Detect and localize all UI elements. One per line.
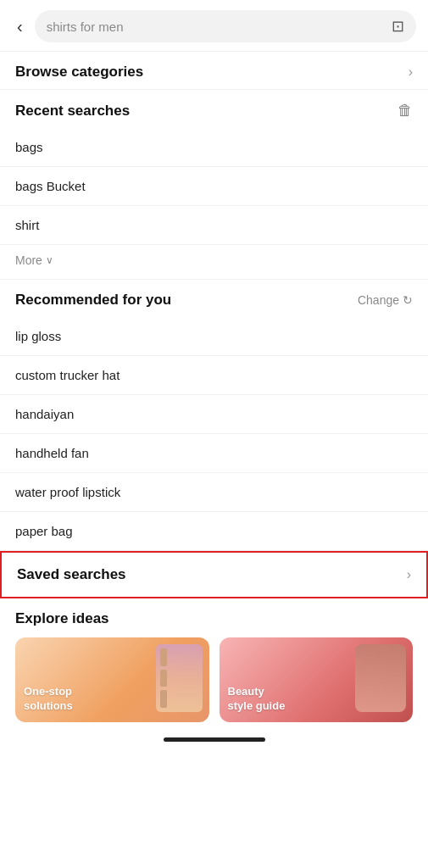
- refresh-icon: ↻: [403, 293, 413, 307]
- home-indicator: [164, 737, 265, 742]
- recommended-item[interactable]: paper bag: [0, 512, 428, 551]
- search-input[interactable]: shirts for men: [47, 19, 385, 34]
- saved-searches-chevron: ›: [407, 567, 411, 582]
- recommended-header: Recommended for you Change ↻: [0, 280, 428, 317]
- search-bar-row: ‹ shirts for men ⊡: [0, 0, 428, 51]
- trash-icon[interactable]: 🗑: [397, 102, 413, 120]
- explore-card-2-label: Beauty style guide: [228, 685, 287, 714]
- recommended-item[interactable]: water proof lipstick: [0, 473, 428, 512]
- recent-searches-header: Recent searches 🗑: [0, 90, 428, 128]
- more-button[interactable]: More ∨: [0, 245, 428, 279]
- recommended-item[interactable]: handaiyan: [0, 395, 428, 434]
- recent-searches-title: Recent searches: [15, 103, 130, 120]
- saved-searches-row[interactable]: Saved searches ›: [0, 551, 428, 598]
- change-label: Change: [358, 293, 399, 307]
- recommended-item[interactable]: lip gloss: [0, 317, 428, 356]
- recommended-item[interactable]: custom trucker hat: [0, 356, 428, 395]
- recommended-title: Recommended for you: [15, 292, 171, 309]
- more-label: More: [15, 253, 42, 267]
- saved-searches-title: Saved searches: [17, 566, 126, 583]
- explore-card-1-label: One-stop solutions: [24, 685, 83, 714]
- card-decoration-1: [156, 644, 203, 712]
- explore-card-2[interactable]: Beauty style guide: [220, 637, 414, 722]
- browse-categories-title: Browse categories: [15, 64, 143, 81]
- recent-search-item[interactable]: bags Bucket: [0, 167, 428, 206]
- card-decoration-2: [355, 644, 406, 712]
- explore-title: Explore ideas: [15, 610, 413, 627]
- back-button[interactable]: ‹: [12, 14, 28, 40]
- chevron-down-icon: ∨: [46, 254, 53, 266]
- recent-search-item[interactable]: shirt: [0, 206, 428, 245]
- recent-search-item[interactable]: bags: [0, 128, 428, 167]
- explore-cards: One-stop solutions Beauty style guide: [15, 637, 413, 722]
- explore-section: Explore ideas One-stop solutions Beauty …: [0, 598, 428, 731]
- camera-icon[interactable]: ⊡: [392, 17, 404, 36]
- browse-categories-row[interactable]: Browse categories ›: [0, 52, 428, 89]
- recommended-item[interactable]: handheld fan: [0, 434, 428, 473]
- search-input-wrapper[interactable]: shirts for men ⊡: [35, 10, 416, 42]
- explore-card-1[interactable]: One-stop solutions: [15, 637, 209, 722]
- browse-categories-chevron: ›: [409, 64, 413, 80]
- bottom-bar: [0, 731, 428, 748]
- change-button[interactable]: Change ↻: [358, 293, 413, 307]
